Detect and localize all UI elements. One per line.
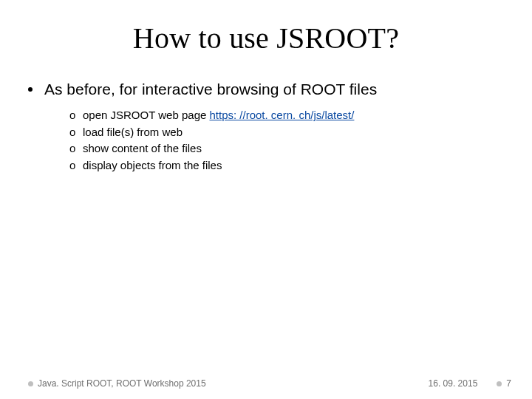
list-item-text: show content of the files (83, 140, 504, 157)
footer-left-text: Java. Script ROOT, ROOT Workshop 2015 (38, 378, 206, 389)
footer-left: Java. Script ROOT, ROOT Workshop 2015 (28, 378, 206, 389)
footer-date-chip: 16. 09. 2015 (429, 378, 478, 389)
bullet-o-icon: o (69, 140, 83, 157)
bullet-level-1: As before, for interactive browsing of R… (28, 79, 504, 100)
footer-date: 16. 09. 2015 (429, 378, 478, 389)
footer-left-chip: Java. Script ROOT, ROOT Workshop 2015 (28, 378, 206, 389)
slide-footer: Java. Script ROOT, ROOT Workshop 2015 16… (0, 378, 532, 389)
footer-page-chip: 7 (497, 378, 511, 389)
jsroot-link[interactable]: https: //root. cern. ch/js/latest/ (210, 109, 355, 121)
bullet-o-icon: o (69, 157, 83, 174)
list-item: o load file(s) from web (69, 124, 504, 141)
footer-page-number: 7 (506, 378, 511, 389)
dot-icon (28, 381, 33, 386)
slide: How to use JSROOT? As before, for intera… (0, 0, 532, 399)
sub-list: o open JSROOT web page https: //root. ce… (28, 107, 504, 174)
bullet-dot-icon (28, 87, 33, 92)
list-item: o open JSROOT web page https: //root. ce… (69, 107, 504, 124)
list-item: o display objects from the files (69, 157, 504, 174)
bullet-o-icon: o (69, 107, 83, 124)
list-item: o show content of the files (69, 140, 504, 157)
footer-right: 16. 09. 2015 7 (429, 378, 511, 389)
list-item-text: display objects from the files (83, 157, 504, 174)
list-item-text: open JSROOT web page https: //root. cern… (83, 107, 504, 124)
list-item-text: load file(s) from web (83, 124, 504, 141)
list-item-prefix: open JSROOT web page (83, 109, 210, 121)
bullet-level-1-text: As before, for interactive browsing of R… (44, 79, 377, 100)
dot-icon (497, 381, 502, 386)
bullet-o-icon: o (69, 124, 83, 141)
slide-title: How to use JSROOT? (0, 0, 532, 55)
slide-body: As before, for interactive browsing of R… (0, 55, 532, 174)
